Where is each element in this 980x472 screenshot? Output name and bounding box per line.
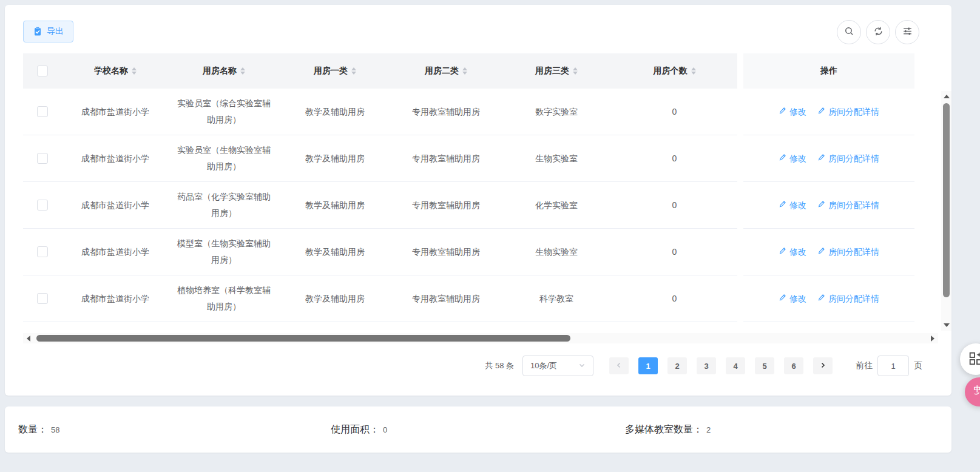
- search-button[interactable]: [837, 20, 861, 44]
- vertical-scrollbar-thumb[interactable]: [943, 103, 950, 297]
- edit-link-label: 修改: [789, 104, 806, 120]
- table-header-row: 学校名称用房名称用房一类用房二类用房三类用房个数操作: [23, 53, 914, 89]
- next-page-button[interactable]: [813, 357, 833, 374]
- column-header-cat1[interactable]: 用房一类: [279, 53, 391, 89]
- cell-cat1: 教学及辅助用房: [279, 182, 391, 229]
- export-button[interactable]: 导出: [23, 21, 73, 42]
- toolbar-actions: [837, 20, 919, 44]
- cell-school: 成都市盐道街小学: [62, 182, 169, 229]
- row-checkbox[interactable]: [37, 246, 48, 257]
- row-checkbox[interactable]: [37, 153, 48, 164]
- page-button-3[interactable]: 3: [697, 357, 716, 374]
- cell-select: [23, 275, 62, 322]
- room-allocation-detail-link[interactable]: 房间分配详情: [817, 197, 879, 214]
- page-button-2[interactable]: 2: [667, 357, 687, 374]
- cell-school: 成都市盐道街小学: [62, 135, 169, 182]
- edit-pencil-icon: [779, 291, 786, 307]
- cell-select: [23, 182, 62, 229]
- fixed-column-gap: [737, 229, 743, 275]
- edit-link[interactable]: 修改: [779, 104, 806, 120]
- column-header-room[interactable]: 用房名称: [169, 53, 279, 89]
- sort-ascending-icon[interactable]: [462, 67, 467, 70]
- sort-caret-icon[interactable]: [573, 67, 578, 75]
- edit-link[interactable]: 修改: [779, 150, 806, 167]
- cell-school: 成都市盐道街小学: [62, 229, 169, 275]
- select-all-checkbox[interactable]: [37, 66, 48, 76]
- edit-pencil-icon: [779, 104, 786, 120]
- translate-float-button[interactable]: 中A: [965, 377, 980, 406]
- search-icon: [844, 26, 854, 38]
- cell-count: 0: [612, 135, 737, 182]
- summary-stat-value: 2: [706, 425, 711, 434]
- column-header-cat2[interactable]: 用房二类: [391, 53, 501, 89]
- cell-cat3: 生物实验室: [501, 229, 612, 275]
- column-settings-button[interactable]: [895, 20, 919, 44]
- sort-descending-icon[interactable]: [573, 72, 578, 75]
- sort-caret-icon[interactable]: [351, 67, 356, 75]
- page-button-5[interactable]: 5: [755, 357, 774, 374]
- sort-caret-icon[interactable]: [240, 67, 245, 75]
- sort-descending-icon[interactable]: [351, 72, 356, 75]
- edit-link[interactable]: 修改: [779, 291, 806, 307]
- page-jump-input[interactable]: [877, 356, 909, 376]
- scroll-down-arrow-icon[interactable]: [944, 323, 950, 327]
- column-header-count[interactable]: 用房个数: [612, 53, 737, 89]
- sort-descending-icon[interactable]: [240, 72, 245, 75]
- room-allocation-detail-link[interactable]: 房间分配详情: [817, 150, 879, 167]
- room-allocation-detail-link[interactable]: 房间分配详情: [817, 104, 879, 120]
- column-header-cat3[interactable]: 用房三类: [501, 53, 612, 89]
- sort-ascending-icon[interactable]: [132, 67, 137, 70]
- refresh-button[interactable]: [866, 20, 890, 44]
- room-allocation-detail-link-label: 房间分配详情: [828, 150, 879, 167]
- sort-descending-icon[interactable]: [462, 72, 467, 75]
- page-button-4[interactable]: 4: [726, 357, 745, 374]
- edit-link[interactable]: 修改: [779, 197, 806, 214]
- row-checkbox[interactable]: [37, 200, 48, 211]
- room-allocation-detail-link[interactable]: 房间分配详情: [817, 244, 879, 260]
- pagination-total: 共 58 条: [485, 360, 514, 371]
- cell-room: 模型室（生物实验室辅助用房）: [169, 229, 279, 275]
- row-checkbox[interactable]: [37, 106, 48, 117]
- cell-cat2: 专用教室辅助用房: [391, 89, 501, 135]
- cell-count: 0: [612, 229, 737, 275]
- sort-caret-icon[interactable]: [462, 67, 467, 75]
- cell-select: [23, 135, 62, 182]
- column-header-school[interactable]: 学校名称: [62, 53, 169, 89]
- scroll-up-arrow-icon[interactable]: [944, 95, 950, 98]
- cell-cat3: 生物实验室: [501, 135, 612, 182]
- edit-pencil-icon: [817, 197, 825, 214]
- sort-ascending-icon[interactable]: [351, 67, 356, 70]
- sort-ascending-icon[interactable]: [691, 67, 696, 70]
- widget-float-button[interactable]: [960, 343, 980, 375]
- horizontal-scrollbar[interactable]: [23, 333, 938, 343]
- cell-ops: 修改房间分配详情: [743, 182, 914, 229]
- sort-ascending-icon[interactable]: [573, 67, 578, 70]
- cell-select: [23, 89, 62, 135]
- page-button-6[interactable]: 6: [784, 357, 803, 374]
- cell-count: 0: [612, 275, 737, 322]
- jump-unit: 页: [914, 360, 922, 371]
- sort-caret-icon[interactable]: [691, 67, 696, 75]
- row-checkbox[interactable]: [37, 293, 48, 304]
- room-allocation-detail-link[interactable]: 房间分配详情: [817, 291, 879, 307]
- cell-cat2: 专用教室辅助用房: [391, 275, 501, 322]
- edit-link[interactable]: 修改: [779, 244, 806, 260]
- prev-page-button[interactable]: [609, 357, 629, 374]
- edit-link-label: 修改: [789, 150, 806, 167]
- page-size-select[interactable]: 10条/页: [522, 356, 593, 376]
- page-button-1[interactable]: 1: [638, 357, 658, 374]
- export-label: 导出: [47, 26, 64, 37]
- summary-stat: 多媒体教室数量：2: [625, 423, 711, 436]
- cell-room: 药品室（化学实验室辅助用房）: [169, 182, 279, 229]
- sort-ascending-icon[interactable]: [240, 67, 245, 70]
- scroll-right-arrow-icon[interactable]: [931, 335, 934, 342]
- sort-caret-icon[interactable]: [132, 67, 137, 75]
- fixed-column-gap: [737, 53, 743, 89]
- refresh-icon: [873, 26, 884, 38]
- horizontal-scrollbar-thumb[interactable]: [36, 335, 570, 342]
- sort-descending-icon[interactable]: [132, 72, 137, 75]
- cell-cat3: 数字实验室: [501, 89, 612, 135]
- vertical-scrollbar[interactable]: [941, 91, 951, 331]
- scroll-left-arrow-icon[interactable]: [27, 335, 30, 342]
- sort-descending-icon[interactable]: [691, 72, 696, 75]
